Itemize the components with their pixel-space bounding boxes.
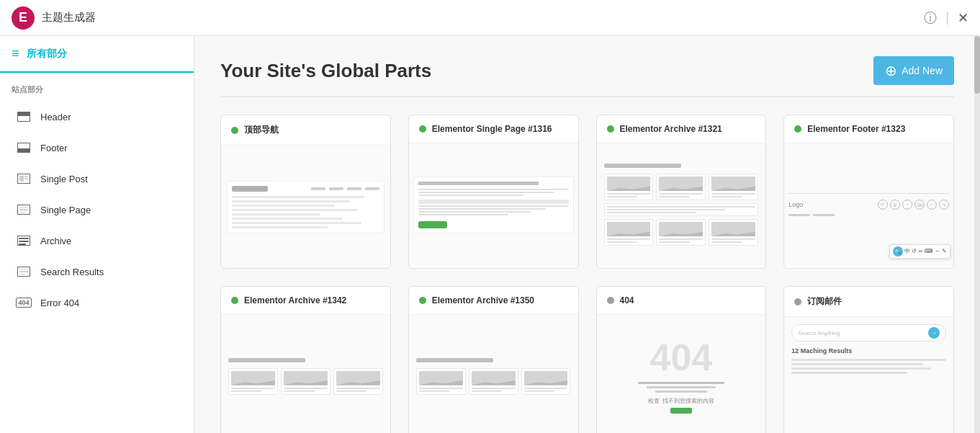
titlebar: E 主题生成器 ⓘ | ✕ (0, 0, 980, 36)
card-header-subscribe: 订阅邮件 (784, 287, 953, 317)
single-page-icon (16, 202, 32, 218)
status-dot-green-4 (794, 125, 801, 133)
status-dot-green-3 (607, 125, 614, 133)
card-nav: 顶部导航 (220, 115, 391, 269)
sidebar-item-header[interactable]: Header (4, 102, 189, 132)
card-subscribe: 订阅邮件 Search Anything → 12 Maching Result… (783, 286, 954, 433)
card-title-archive-1342: Elementor Archive #1342 (244, 295, 346, 305)
card-preview-subscribe[interactable]: Search Anything → 12 Maching Results (784, 317, 953, 433)
scrollbar-track[interactable] (974, 36, 980, 433)
card-title-archive-1350: Elementor Archive #1350 (432, 295, 534, 305)
close-icon[interactable]: ✕ (958, 10, 968, 26)
card-404: 404 404 检查 找不到您搜索的内容 (596, 286, 767, 433)
card-header-archive-1342: Elementor Archive #1342 (221, 287, 390, 315)
card-header-archive-1350: Elementor Archive #1350 (409, 287, 578, 315)
card-archive-1350: Elementor Archive #1350 (408, 286, 579, 433)
card-title-footer-1323: Elementor Footer #1323 (807, 124, 905, 134)
card-header-archive-1321: Elementor Archive #1321 (597, 115, 766, 143)
card-preview-archive-1342[interactable] (221, 315, 390, 433)
sidebar-label-footer: Footer (40, 143, 68, 153)
status-dot-green (231, 127, 238, 134)
cards-grid: 顶部导航 (194, 97, 980, 433)
card-title-404: 404 (620, 295, 634, 305)
plus-icon: ⊕ (885, 62, 897, 79)
card-header-footer-1323: Elementor Footer #1323 (784, 115, 953, 143)
sidebar-label-single-post: Single Post (40, 174, 88, 184)
card-singlepage: Elementor Single Page #1316 (408, 115, 579, 269)
card-archive-1342: Elementor Archive #1342 (220, 286, 391, 433)
status-dot-gray-2 (794, 298, 801, 305)
footer-icon (16, 140, 32, 156)
sidebar-label-archive: Archive (40, 236, 71, 246)
archive-icon (16, 233, 32, 249)
add-new-button[interactable]: ⊕ Add New (873, 56, 954, 85)
search-results-icon (16, 264, 32, 280)
status-dot-gray (607, 297, 614, 304)
main-layout: ≡ 所有部分 站点部分 Header Footer Single Post (0, 36, 980, 433)
scrollbar-thumb[interactable] (974, 36, 980, 94)
card-preview-archive-1350[interactable] (409, 315, 578, 433)
card-preview-archive-1321[interactable] (597, 143, 766, 266)
single-post-icon (16, 171, 32, 187)
divider: | (945, 10, 949, 25)
card-title-subscribe: 订阅邮件 (807, 295, 842, 308)
card-preview-singlepage[interactable] (409, 143, 578, 266)
sidebar-item-single-page[interactable]: Single Page (4, 195, 189, 225)
content-header: Your Site's Global Parts ⊕ Add New (194, 36, 980, 97)
sidebar-item-footer[interactable]: Footer (4, 133, 189, 163)
filter-icon: ≡ (12, 46, 19, 61)
sidebar: ≡ 所有部分 站点部分 Header Footer Single Post (0, 36, 194, 433)
elementor-logo: E (12, 6, 35, 30)
sidebar-item-error-404[interactable]: 404 Error 404 (4, 287, 189, 318)
status-dot-green-5 (231, 297, 238, 304)
header-icon (16, 109, 32, 125)
card-header-nav: 顶部导航 (221, 115, 390, 146)
sidebar-label-search-results: Search Results (40, 267, 104, 277)
card-header-404: 404 (597, 287, 766, 315)
add-new-label: Add New (902, 65, 943, 76)
sidebar-label-header: Header (40, 112, 71, 122)
card-title-singlepage: Elementor Single Page #1316 (432, 124, 552, 134)
page-title: Your Site's Global Parts (220, 60, 431, 82)
status-dot-green-6 (419, 297, 426, 304)
card-archive-1321: Elementor Archive #1321 (596, 115, 767, 269)
app-title: 主题生成器 (42, 11, 96, 24)
sidebar-item-search-results[interactable]: Search Results (4, 256, 189, 287)
sidebar-header-label: 所有部分 (27, 48, 67, 61)
sidebar-label-single-page: Single Page (40, 205, 91, 215)
sidebar-all-parts[interactable]: ≡ 所有部分 (0, 36, 194, 73)
card-preview-nav[interactable] (221, 146, 390, 268)
sidebar-item-single-post[interactable]: Single Post (4, 164, 189, 194)
titlebar-left: E 主题生成器 (12, 6, 96, 30)
content-area: Your Site's Global Parts ⊕ Add New 顶部导航 (194, 36, 980, 433)
card-preview-404[interactable]: 404 检查 找不到您搜索的内容 (597, 315, 766, 433)
sidebar-section-label: 站点部分 (0, 73, 194, 101)
sidebar-item-archive[interactable]: Archive (4, 226, 189, 256)
card-title-archive-1321: Elementor Archive #1321 (620, 124, 722, 134)
card-title-nav: 顶部导航 (244, 124, 279, 136)
card-footer-1323: Elementor Footer #1323 Logo 中 ⌘ ≈ ⌨ (783, 115, 954, 269)
status-dot-green-2 (419, 125, 426, 133)
error-404-icon: 404 (16, 295, 32, 311)
titlebar-controls: ⓘ | ✕ (924, 9, 968, 27)
sidebar-label-error-404: Error 404 (40, 298, 79, 308)
card-header-singlepage: Elementor Single Page #1316 (409, 115, 578, 143)
info-icon[interactable]: ⓘ (924, 9, 937, 27)
card-preview-footer-1323[interactable]: Logo 中 ⌘ ≈ ⌨ ↔ ✎ (784, 143, 953, 266)
